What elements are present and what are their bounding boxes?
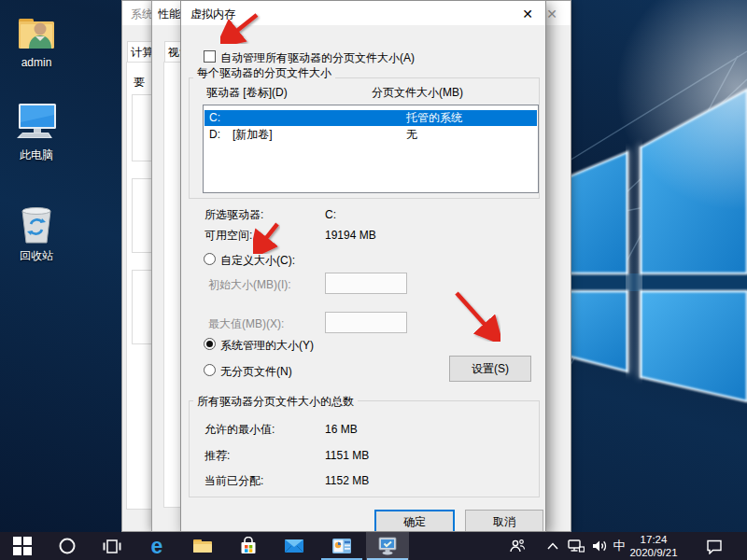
desktop-icon-recycle-bin[interactable]: 回收站 — [2, 203, 71, 264]
desktop-icon-this-pc[interactable]: 此电脑 — [2, 101, 71, 163]
volume-button[interactable] — [588, 532, 611, 560]
task-view-icon — [103, 537, 121, 555]
min-allowed-label: 允许的最小值: — [204, 423, 275, 436]
cortana-search-button[interactable] — [46, 532, 89, 560]
people-icon — [509, 539, 526, 553]
taskbar: e — [0, 532, 747, 560]
min-allowed-value: 16 MB — [325, 423, 358, 436]
auto-manage-label: 自动管理所有驱动器的分页文件大小(A) — [220, 51, 415, 64]
system-properties-body-text: 要 — [134, 76, 145, 89]
dialog-titlebar[interactable] — [181, 1, 545, 25]
column-header-size: 分页文件大小(MB) — [372, 86, 463, 99]
recommended-label: 推荐: — [204, 449, 230, 462]
max-size-label: 最大值(MB)(X): — [208, 317, 284, 330]
dialog-title: 虚拟内存 — [190, 7, 235, 21]
performance-options-title: 性能选项 — [158, 7, 182, 21]
initial-size-input[interactable] — [325, 273, 407, 294]
computer-icon — [13, 101, 60, 146]
file-explorer-button[interactable] — [181, 532, 224, 560]
desktop-icon-label: admin — [2, 56, 71, 69]
system-properties-title: 系统属性 — [131, 7, 152, 21]
max-size-input[interactable] — [325, 312, 407, 333]
tab-computer-name[interactable]: 计算机名 — [127, 41, 152, 63]
groupbox-partial — [132, 178, 152, 253]
chevron-up-icon — [546, 541, 559, 551]
drive-list-row-c[interactable]: C: 托管的系统 — [204, 110, 537, 126]
cortana-circle-icon — [58, 537, 77, 555]
drive-list-row-d[interactable]: D: [新加卷] 无 — [204, 127, 537, 143]
microsoft-store-icon — [239, 537, 258, 555]
clock-time: 17:24 — [622, 533, 685, 546]
volume-label: [新加卷] — [233, 127, 273, 143]
store-button[interactable] — [227, 532, 270, 560]
windows-logo-icon — [13, 537, 32, 555]
currently-allocated-label: 当前已分配: — [204, 474, 263, 487]
selected-drive-label: 所选驱动器: — [204, 208, 263, 221]
system-window-icon — [331, 538, 352, 554]
start-button[interactable] — [1, 532, 44, 560]
recommended-value: 1151 MB — [325, 449, 369, 462]
ok-button[interactable]: 确定 — [374, 510, 455, 532]
people-button[interactable] — [504, 532, 530, 560]
system-managed-label: 系统管理的大小(Y) — [220, 339, 314, 352]
drive-letter: C: — [209, 110, 220, 126]
mail-button[interactable] — [273, 532, 316, 560]
ethernet-network-icon — [568, 539, 585, 553]
drive-list[interactable]: C: 托管的系统 D: [新加卷] 无 — [203, 105, 539, 193]
column-header-drive: 驱动器 [卷标](D) — [206, 86, 288, 99]
selected-drive-value: C: — [325, 208, 336, 221]
app-performance-options-button[interactable] — [366, 532, 409, 560]
clock-date: 2020/9/21 — [622, 546, 685, 559]
desktop-icon-label: 回收站 — [2, 248, 71, 264]
custom-size-radio[interactable] — [204, 253, 216, 265]
paging-size: 托管的系统 — [406, 110, 462, 126]
clock[interactable]: 17:24 2020/9/21 — [622, 533, 685, 559]
auto-manage-checkbox[interactable] — [204, 50, 216, 63]
speaker-icon — [592, 539, 608, 553]
folder-icon — [192, 537, 213, 555]
close-icon[interactable]: ✕ — [517, 5, 538, 23]
desktop-icon-label: 此电脑 — [2, 147, 71, 163]
app-system-control-panel-button[interactable] — [320, 532, 363, 560]
paging-size: 无 — [406, 127, 417, 143]
tab-label: 计算机名 — [131, 46, 152, 59]
mail-icon — [284, 538, 304, 554]
initial-size-label: 初始大小(MB)(I): — [208, 278, 291, 291]
custom-size-label: 自定义大小(C): — [220, 254, 295, 267]
drive-group-title: 每个驱动器的分页文件大小 — [193, 65, 335, 81]
free-space-label: 可用空间: — [204, 229, 252, 242]
show-hidden-icons-button[interactable] — [542, 532, 564, 560]
groupbox-partial — [132, 94, 152, 161]
no-paging-label: 无分页文件(N) — [220, 365, 292, 378]
network-button[interactable] — [564, 532, 588, 560]
drive-letter: D: — [209, 127, 220, 143]
task-view-button[interactable] — [91, 532, 134, 560]
recycle-bin-icon — [17, 203, 56, 246]
window-system-properties[interactable]: 系统属性 计算机名 要 — [121, 0, 152, 532]
currently-allocated-value: 1152 MB — [325, 474, 369, 487]
virtual-memory-dialog: 虚拟内存 ✕ 自动管理所有驱动器的分页文件大小(A) 每个驱动器的分页文件大小 … — [180, 0, 546, 532]
groupbox-partial — [132, 270, 152, 344]
edge-icon: e — [151, 534, 163, 558]
no-paging-radio[interactable] — [204, 364, 216, 376]
edge-browser-button[interactable]: e — [135, 532, 178, 560]
set-button[interactable]: 设置(S) — [449, 356, 531, 382]
action-center-icon — [706, 539, 723, 554]
user-folder-icon — [15, 11, 58, 54]
action-center-button[interactable] — [698, 532, 730, 560]
computer-check-icon — [377, 537, 398, 555]
system-managed-radio[interactable] — [204, 338, 216, 350]
screen: admin 此电脑 回收站 系统属性 — [0, 0, 747, 560]
free-space-value: 19194 MB — [325, 229, 376, 242]
totals-group-title: 所有驱动器分页文件大小的总数 — [193, 394, 358, 410]
desktop-icon-admin[interactable]: admin — [2, 11, 71, 69]
cancel-button[interactable]: 取消 — [465, 510, 543, 532]
